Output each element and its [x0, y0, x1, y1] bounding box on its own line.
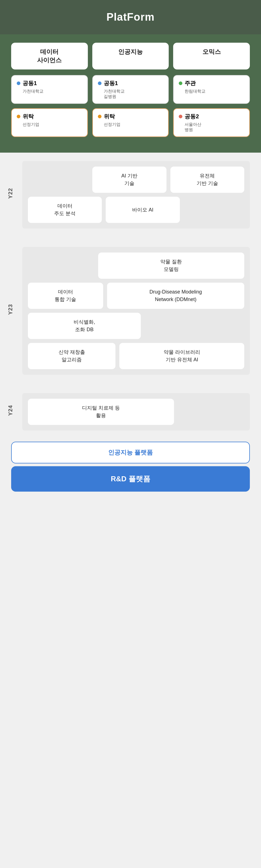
y23-label: Y23	[7, 304, 14, 315]
dot-blue-icon	[98, 82, 101, 85]
card-drug-library-genome-ai[interactable]: 약물 라이브러리기반 유전체 AI	[119, 343, 244, 369]
header-title: PlatForm	[106, 11, 155, 23]
sub-card-body: 선정기업	[17, 122, 82, 127]
sub-card-title: 공동1	[23, 80, 37, 87]
y22-y23-divider	[0, 234, 261, 239]
category-ai[interactable]: 인공지능	[92, 43, 169, 69]
section-gap	[0, 436, 261, 439]
card-ddmnet[interactable]: Drug-Disease ModelingNetwork (DDMnet)	[107, 283, 244, 309]
sub-card-body: 가천대학교길병원	[98, 89, 163, 99]
sub-card-title: 위탁	[23, 113, 34, 120]
dot-salmon-icon	[179, 115, 183, 118]
y24-grid: 디지털 치료제 등활용	[28, 399, 244, 425]
sub-card-title: 공동2	[185, 113, 199, 120]
sub-card-consign1[interactable]: 위탁 선정기업	[11, 108, 88, 137]
sub-card-joint1-gachon-gil[interactable]: 공동1 가천대학교길병원	[92, 75, 169, 104]
y23-section: Y23 약물 질환모델링 데이터통합 기술 Drug-Disease Model…	[0, 239, 261, 380]
dot-green-icon	[179, 82, 183, 85]
sub-card-header: 공동2	[179, 113, 244, 120]
y24-label: Y24	[7, 405, 14, 416]
sub-card-title: 공동1	[104, 80, 118, 87]
sub-card-title: 주관	[185, 80, 196, 87]
dot-orange-icon	[98, 115, 101, 118]
card-bio-ai[interactable]: 바이오 AI	[106, 197, 180, 223]
sub-card-body: 한림대학교	[179, 89, 244, 94]
y24-section: Y24 디지털 치료제 등활용	[0, 385, 261, 436]
rd-platform-label: R&D 플랫폼	[111, 474, 150, 483]
y23-row-1: 약물 질환모델링	[28, 252, 244, 279]
sub-card-header: 위탁	[98, 113, 163, 120]
y23-row-2: 데이터통합 기술 Drug-Disease ModelingNetwork (D…	[28, 283, 244, 309]
sub-card-header: 공동1	[17, 80, 82, 87]
main-content: Y22 AI 기반기술 유전체기반 기술 데이터주도 분석 바이오 AI Y23	[0, 153, 261, 492]
y23-grid: 약물 질환모델링 데이터통합 기술 Drug-Disease ModelingN…	[28, 252, 244, 369]
y22-bg: AI 기반기술 유전체기반 기술 데이터주도 분석 바이오 AI	[22, 161, 250, 228]
card-digital-therapeutic[interactable]: 디지털 치료제 등활용	[28, 399, 174, 425]
card-deidentification-db[interactable]: 비식별화,조화 DB	[28, 313, 141, 339]
sub-row-1: 공동1 가천대학교 공동1 가천대학교길병원 주관 한림대학교	[11, 75, 250, 104]
sub-card-consign2[interactable]: 위탁 선정기업	[92, 108, 169, 137]
top-section: 데이터사이언스 인공지능 오믹스 공동1 가천대학교 공동1 가천대학교길병원 …	[0, 34, 261, 153]
y23-row-3: 비식별화,조화 DB	[28, 313, 244, 339]
y22-row-2: 데이터주도 분석 바이오 AI	[28, 197, 244, 223]
category-omics[interactable]: 오믹스	[173, 43, 250, 69]
category-data-science[interactable]: 데이터사이언스	[11, 43, 88, 69]
card-ai-base-tech[interactable]: AI 기반기술	[92, 166, 166, 193]
sub-card-joint2-asan[interactable]: 공동2 서울아산병원	[173, 108, 250, 137]
card-drug-rediscovery-algo[interactable]: 신약 재창출알고리즘	[28, 343, 116, 369]
card-data-driven-analysis[interactable]: 데이터주도 분석	[28, 197, 102, 223]
sub-card-header: 공동1	[98, 80, 163, 87]
sub-card-title: 위탁	[104, 113, 115, 120]
ai-platform-button[interactable]: 인공지능 플랫폼	[11, 442, 250, 463]
y22-section: Y22 AI 기반기술 유전체기반 기술 데이터주도 분석 바이오 AI	[0, 153, 261, 234]
sub-card-body: 서울아산병원	[179, 122, 244, 132]
y22-row-1: AI 기반기술 유전체기반 기술	[28, 166, 244, 193]
dot-blue-icon	[17, 82, 20, 85]
y24-row-1: 디지털 치료제 등활용	[28, 399, 244, 425]
dot-orange-icon	[17, 115, 20, 118]
y23-y24-divider	[0, 380, 261, 385]
sub-card-body: 선정기업	[98, 122, 163, 127]
sub-card-body: 가천대학교	[17, 89, 82, 94]
platform-header: PlatForm	[0, 0, 261, 34]
category-row: 데이터사이언스 인공지능 오믹스	[11, 43, 250, 69]
card-drug-disease-modeling[interactable]: 약물 질환모델링	[98, 252, 244, 279]
rd-platform-button[interactable]: R&D 플랫폼	[11, 466, 250, 492]
sub-row-2: 위탁 선정기업 위탁 선정기업 공동2 서울아산병원	[11, 108, 250, 137]
sub-card-joint1-gachon[interactable]: 공동1 가천대학교	[11, 75, 88, 104]
card-data-integration-tech[interactable]: 데이터통합 기술	[28, 283, 103, 309]
sub-card-main-hallim[interactable]: 주관 한림대학교	[173, 75, 250, 104]
y22-grid: AI 기반기술 유전체기반 기술 데이터주도 분석 바이오 AI	[28, 166, 244, 223]
sub-card-header: 위탁	[17, 113, 82, 120]
y23-bg: 약물 질환모델링 데이터통합 기술 Drug-Disease ModelingN…	[22, 247, 250, 375]
sub-card-header: 주관	[179, 80, 244, 87]
y24-bg: 디지털 치료제 등활용	[22, 393, 250, 431]
y22-label: Y22	[7, 188, 14, 199]
y23-row-4: 신약 재창출알고리즘 약물 라이브러리기반 유전체 AI	[28, 343, 244, 369]
ai-platform-label: 인공지능 플랫폼	[108, 449, 153, 456]
card-genome-base-tech[interactable]: 유전체기반 기술	[170, 166, 244, 193]
